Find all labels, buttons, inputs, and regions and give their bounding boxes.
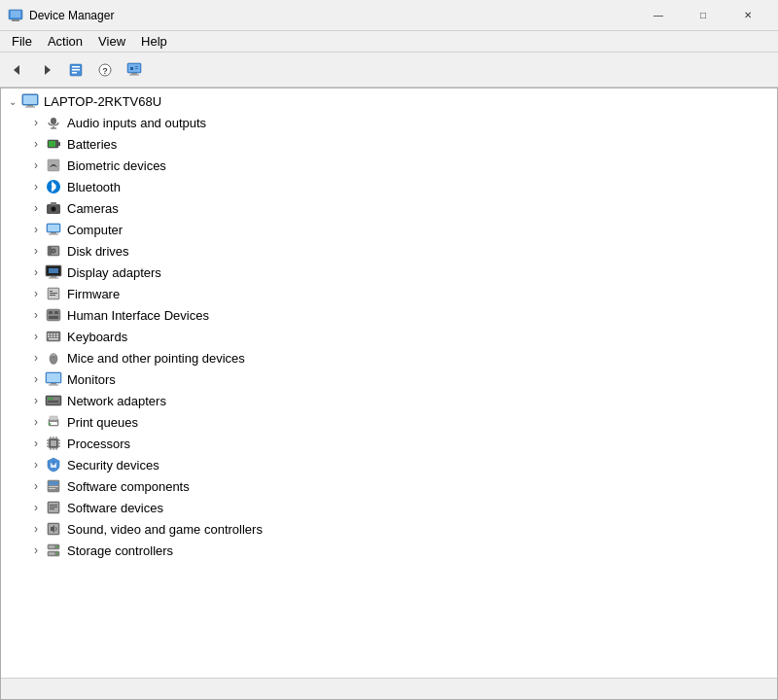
svg-point-69 [52, 354, 55, 357]
close-button[interactable]: ✕ [725, 0, 770, 31]
expand-arrow[interactable] [28, 371, 44, 387]
item-label: Computer [67, 223, 123, 237]
help-button[interactable]: ? [91, 56, 119, 84]
svg-rect-12 [128, 64, 140, 72]
list-item[interactable]: Firmware [1, 283, 777, 304]
expand-arrow[interactable] [28, 329, 44, 344]
expand-arrow[interactable] [28, 115, 44, 130]
tree-root-node[interactable]: LAPTOP-2RKTV68U [1, 90, 777, 112]
forward-button[interactable] [33, 56, 60, 84]
item-label: Software components [67, 479, 190, 494]
svg-rect-82 [50, 422, 57, 425]
list-item[interactable]: Disk drives [1, 240, 777, 262]
back-button[interactable] [4, 56, 31, 84]
expand-arrow[interactable] [28, 136, 44, 152]
list-item[interactable]: Display adapters [1, 262, 777, 283]
list-item[interactable]: Software components [1, 475, 777, 497]
expand-arrow[interactable] [28, 436, 44, 451]
device-tree[interactable]: LAPTOP-2RKTV68U Audio inputs and outputs [1, 88, 777, 678]
list-item[interactable]: Processors [1, 433, 777, 454]
hid-icon [44, 305, 63, 325]
computer-small-icon [44, 220, 63, 239]
list-item[interactable]: Mice and other pointing devices [1, 347, 777, 368]
list-item[interactable]: Bluetooth [1, 176, 777, 197]
list-item[interactable]: Software devices [1, 497, 777, 518]
window-controls: — □ ✕ [636, 0, 770, 31]
svg-rect-7 [72, 69, 80, 71]
svg-rect-26 [58, 142, 60, 146]
svg-rect-62 [48, 336, 50, 338]
item-label: Biometric devices [67, 158, 166, 173]
expand-arrow[interactable] [28, 542, 44, 558]
svg-rect-110 [50, 508, 54, 509]
list-item[interactable]: Network adapters [1, 390, 777, 411]
svg-rect-108 [50, 505, 57, 506]
item-label: Firmware [67, 287, 120, 301]
svg-rect-6 [72, 66, 80, 68]
toolbar: ? [0, 52, 778, 88]
expand-arrow[interactable] [28, 521, 44, 537]
list-item[interactable]: Batteries [1, 133, 777, 155]
svg-rect-50 [50, 291, 53, 292]
menu-view[interactable]: View [90, 32, 133, 51]
svg-rect-73 [49, 385, 58, 386]
expand-arrow[interactable] [28, 500, 44, 515]
list-item[interactable]: Monitors [1, 368, 777, 390]
expand-arrow[interactable] [28, 457, 44, 472]
list-item[interactable]: Biometric devices [1, 155, 777, 176]
expand-arrow[interactable] [28, 200, 44, 216]
expand-arrow[interactable] [28, 414, 44, 430]
properties-button[interactable] [62, 56, 89, 84]
item-label: Sound, video and game controllers [67, 522, 263, 537]
list-item[interactable]: Keyboards [1, 326, 777, 347]
expand-arrow[interactable] [28, 264, 44, 280]
svg-rect-2 [11, 11, 20, 18]
expand-arrow[interactable] [28, 286, 44, 301]
list-item[interactable]: Security devices [1, 454, 777, 475]
device-view-button[interactable] [121, 56, 148, 84]
item-label: Human Interface Devices [67, 308, 209, 323]
svg-rect-105 [49, 488, 55, 489]
list-item[interactable]: Computer [1, 219, 777, 240]
svg-rect-37 [49, 234, 58, 235]
svg-rect-20 [27, 105, 33, 107]
expand-arrow[interactable] [28, 350, 44, 366]
expand-arrow[interactable] [28, 393, 44, 408]
svg-rect-84 [49, 423, 51, 425]
expand-arrow[interactable] [28, 307, 44, 323]
list-item[interactable]: Audio inputs and outputs [1, 112, 777, 133]
svg-rect-76 [48, 398, 50, 400]
svg-rect-53 [47, 309, 60, 321]
item-label: Bluetooth [67, 180, 121, 194]
expand-arrow[interactable] [28, 179, 44, 194]
svg-rect-71 [47, 373, 60, 382]
menu-action[interactable]: Action [40, 32, 90, 51]
item-label: Cameras [67, 201, 119, 216]
expand-arrow[interactable] [28, 243, 44, 259]
processor-icon [44, 434, 63, 453]
svg-rect-21 [25, 107, 35, 108]
menu-file[interactable]: File [4, 32, 40, 51]
svg-rect-87 [51, 440, 56, 446]
svg-rect-55 [54, 311, 58, 314]
minimize-button[interactable]: — [636, 0, 681, 31]
item-label: Disk drives [67, 244, 129, 259]
item-label: Software devices [67, 501, 163, 515]
menu-help[interactable]: Help [133, 32, 175, 51]
root-expand-arrow[interactable] [5, 93, 20, 109]
device-view-icon [126, 62, 142, 78]
svg-rect-47 [49, 268, 58, 273]
svg-rect-8 [72, 72, 77, 74]
item-label: Processors [67, 437, 130, 451]
list-item[interactable]: Storage controllers [1, 540, 777, 561]
expand-arrow[interactable] [28, 478, 44, 494]
list-item[interactable]: Sound, video and game controllers [1, 518, 777, 540]
item-label: Security devices [67, 458, 159, 472]
maximize-button[interactable]: □ [681, 0, 725, 31]
expand-arrow[interactable] [28, 158, 44, 173]
list-item[interactable]: Human Interface Devices [1, 304, 777, 326]
svg-rect-64 [53, 336, 55, 338]
list-item[interactable]: Print queues [1, 411, 777, 433]
expand-arrow[interactable] [28, 222, 44, 237]
list-item[interactable]: Cameras [1, 197, 777, 219]
